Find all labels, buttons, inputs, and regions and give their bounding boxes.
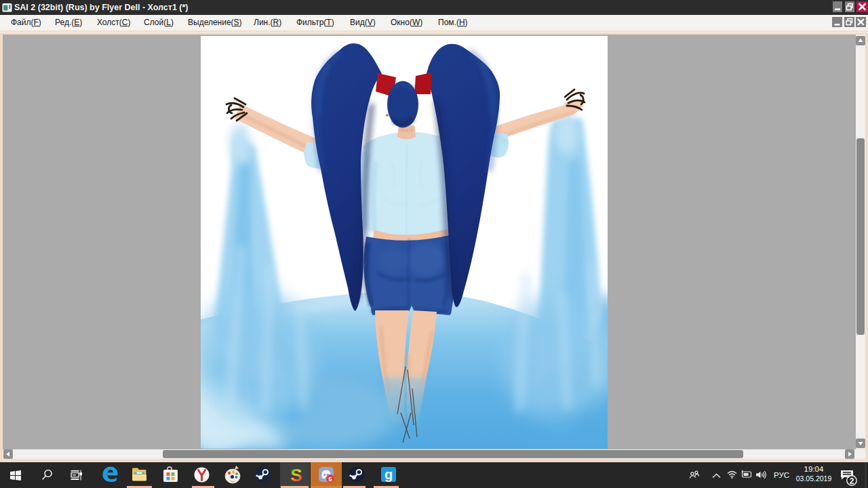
svg-text:S: S xyxy=(290,466,302,484)
svg-text:5: 5 xyxy=(328,475,332,483)
svg-text:g: g xyxy=(384,467,393,482)
svg-text:2: 2 xyxy=(850,476,854,486)
